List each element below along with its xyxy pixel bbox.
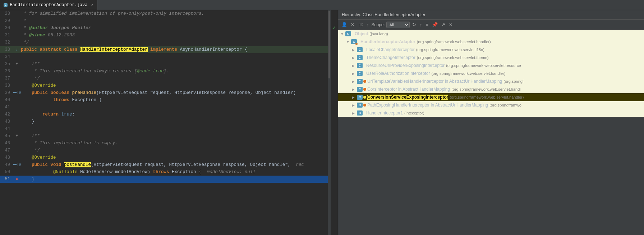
tree-item-path-exposing[interactable]: ▶ C PathExposingHandlerInterceptor in Ab… (338, 101, 644, 109)
tree-label-resource-url: ResourceUrlProviderExposingInterceptor (366, 63, 445, 68)
hierarchy-btn-refresh[interactable]: ↻ (411, 21, 417, 28)
code-line-30: 30 * @author Juergen Hoeller (0, 24, 328, 32)
code-line-51: 51 ● } (0, 176, 328, 183)
code-line-28: 28 * for simplified implementation of pr… (0, 10, 328, 17)
tree-item-theme[interactable]: ▶ C ThemeChangeInterceptor (org.springfr… (338, 54, 644, 62)
tree-item-uri-template[interactable]: ▶ C UriTemplateVariablesHandlerIntercept… (338, 77, 644, 85)
hierarchy-btn-person[interactable]: 👤 (340, 21, 348, 28)
code-line-48: 48 @Override (0, 154, 328, 161)
hierarchy-btn-sort[interactable]: ↕ (365, 21, 370, 28)
class-icon-path-exposing: C (357, 103, 363, 108)
class-icon-handler-inteceptor1: C (357, 110, 363, 116)
tree-item-resource-url[interactable]: ▶ C ResourceUrlProviderExposingIntercept… (338, 62, 644, 69)
hierarchy-btn-supertypes[interactable]: ⌘ (357, 21, 364, 28)
expand-uri-template[interactable]: ▶ (352, 80, 357, 83)
tree-package-object: (java.lang) (369, 32, 388, 36)
tree-label-cors: CorsInterceptor in AbstractHandlerMappin… (367, 87, 450, 92)
tree-label-locale: LocaleChangeInterceptor (366, 47, 415, 52)
tree-label-path-exposing: PathExposingHandlerInterceptor in Abstra… (367, 103, 488, 108)
tree-package-adapter: (org.springframework.web.servlet.handler… (417, 40, 491, 44)
hierarchy-btn-align[interactable]: ≡ (424, 21, 429, 28)
code-line-42: 42 return true; (0, 111, 328, 118)
tree-package-path-exposing: (org.springframwo (489, 103, 521, 107)
overlay-cors (363, 88, 366, 91)
expand-object[interactable]: ▼ (340, 32, 345, 36)
expand-resource-url[interactable]: ▶ (352, 64, 357, 68)
main-content: 28 * for simplified implementation of pr… (0, 10, 644, 235)
tree-item-conversion[interactable]: ▶ C ConversionServiceExposingInterceptor… (338, 93, 644, 101)
tree-package-resource-url: (org.springframework.web.servlet.resourc… (446, 63, 521, 68)
class-icon-conversion: C (357, 95, 363, 100)
tree-label-conversion: ConversionServiceExposingInterceptor (367, 95, 448, 100)
hierarchy-btn-close[interactable]: ✕ (448, 21, 454, 28)
tab-label: HandlerInterceptorAdapter.java (10, 3, 87, 8)
tree-item-object[interactable]: ▼ C Object (java.lang) (338, 30, 644, 38)
file-tab[interactable]: C HandlerInterceptorAdapter.java × (0, 0, 97, 10)
expand-theme[interactable]: ▶ (352, 56, 357, 60)
scope-label: Scope: (372, 22, 385, 27)
tree-package-locale: (org.springframework.web.servlet.i18n) (416, 48, 484, 52)
tree-label-theme: ThemeChangeInterceptor (366, 55, 415, 60)
checkmark-icon: ✓ (332, 24, 336, 31)
overlay-uri-template (363, 80, 366, 83)
code-line-36: 36 * This implementation always returns … (0, 68, 328, 75)
code-line-38: 38 @Override (0, 82, 328, 89)
code-panel: 28 * for simplified implementation of pr… (0, 10, 331, 235)
code-line-45: 45 ▼ /** (0, 132, 328, 140)
class-icon-user-role: C (357, 71, 363, 76)
code-line-31: 31 * @since 05.12.2003 (0, 32, 328, 39)
overlay-path-exposing (363, 104, 366, 107)
tree-label-handler-inteceptor1: HandlerInteceptor1 (366, 110, 403, 116)
expand-path-exposing[interactable]: ▶ (352, 103, 357, 107)
hierarchy-panel: Hierarchy: Class HandlerInterceptorAdapt… (338, 10, 644, 235)
code-line-32: 32 */ (0, 39, 328, 46)
tree-package-cors: (org.springframework.web.servlet.handl (451, 87, 521, 91)
class-icon-uri-template: C (357, 79, 363, 84)
hierarchy-toolbar: 👤 ✕ ⌘ ↕ Scope: All Project ↻ ↑ ≡ 📌 ↗ ✕ (338, 20, 644, 30)
tree-label-adapter: HandlerInterceptorAdapter (360, 39, 415, 44)
tab-bar: C HandlerInterceptorAdapter.java × (0, 0, 644, 10)
code-line-49: 49 ●●|@ public void postHandle(HttpServl… (0, 161, 328, 168)
file-icon: C (4, 3, 8, 7)
tree-item-user-role[interactable]: ▶ C UserRoleAuthorizationInterceptor (or… (338, 69, 644, 77)
hierarchy-btn-subtypes[interactable]: ✕ (350, 21, 356, 28)
tree-item-locale[interactable]: ▶ C LocaleChangeInterceptor (org.springf… (338, 46, 644, 54)
tree-label-object: Object (355, 31, 368, 36)
tree-item-handler-interceptor-adapter[interactable]: ▼ C HandlerInterceptorAdapter (org.sprin… (338, 38, 644, 46)
hierarchy-title: Hierarchy: Class HandlerInterceptorAdapt… (338, 10, 644, 20)
code-line-37: 37 */ (0, 75, 328, 82)
expand-locale[interactable]: ▶ (352, 48, 357, 52)
code-line-35: 35 ▼ /** (0, 60, 328, 68)
expand-handler-inteceptor1[interactable]: ▶ (352, 111, 357, 115)
tree-item-cors[interactable]: ▶ C CorsInterceptor in AbstractHandlerMa… (338, 85, 644, 93)
code-scrollbar[interactable] (328, 10, 331, 235)
code-line-41: 41 (0, 104, 328, 111)
hierarchy-btn-export[interactable]: ↗ (440, 21, 446, 28)
code-line-40: 40 throws Exception { (0, 96, 328, 104)
code-line-47: 47 */ (0, 147, 328, 154)
code-line-29: 29 * (0, 17, 328, 24)
code-line-46: 46 * This implementation is empty. (0, 140, 328, 147)
code-area[interactable]: 28 * for simplified implementation of pr… (0, 10, 331, 235)
hierarchy-btn-up[interactable]: ↑ (419, 21, 423, 28)
code-line-33: 33 ↓ public abstract class HandlerInterc… (0, 46, 328, 53)
hierarchy-title-text: Hierarchy: Class HandlerInterceptorAdapt… (342, 12, 426, 17)
hierarchy-tree[interactable]: ▼ C Object (java.lang) ▼ C HandlerInterc… (338, 30, 644, 235)
expand-conversion[interactable]: ▶ (352, 95, 357, 99)
class-icon-resource-url: C (357, 63, 363, 68)
hierarchy-btn-pin[interactable]: 📌 (431, 21, 439, 28)
scope-select[interactable]: All Project (386, 22, 410, 28)
expand-adapter[interactable]: ▼ (346, 40, 351, 44)
class-icon-theme: C (357, 55, 363, 60)
class-icon-locale: C (357, 47, 363, 52)
tree-package-theme: (org.springframework.web.servlet.theme) (417, 55, 489, 60)
tab-close-icon[interactable]: × (91, 3, 93, 7)
code-line-39: 39 ●●|@ public boolean preHandle(HttpSer… (0, 89, 328, 96)
code-line-34: 34 (0, 53, 328, 60)
expand-cors[interactable]: ▶ (352, 87, 357, 91)
code-line-50: 50 @Nullable ModelAndView modelAndView) … (0, 168, 328, 176)
class-icon-adapter: C (351, 39, 357, 44)
tree-item-handler-inteceptor1[interactable]: ▶ C HandlerInteceptor1 (inteceptor) (338, 109, 644, 117)
expand-user-role[interactable]: ▶ (352, 72, 357, 76)
class-icon-cors: C (357, 87, 363, 92)
